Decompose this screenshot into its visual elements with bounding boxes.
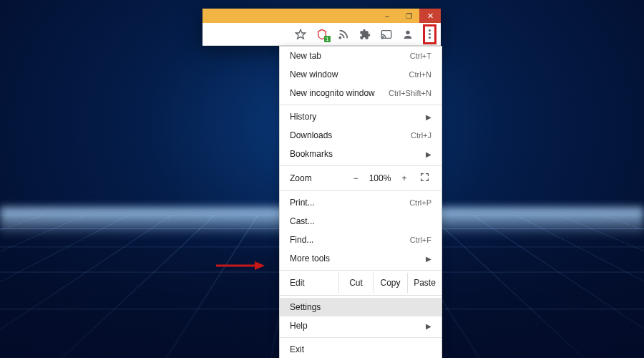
paste-button[interactable]: Paste	[407, 273, 441, 293]
shield-icon[interactable]: 1	[316, 28, 328, 41]
kebab-menu-icon[interactable]	[429, 29, 431, 39]
minimize-button[interactable]: –	[376, 9, 398, 23]
menu-history[interactable]: History ▶	[280, 107, 441, 126]
chevron-right-icon: ▶	[426, 322, 431, 330]
svg-point-3	[381, 37, 382, 38]
menu-separator	[280, 337, 441, 338]
titlebar: – ❐ ✕	[203, 9, 441, 23]
svg-marker-0	[296, 29, 305, 39]
menu-separator	[280, 270, 441, 271]
menu-separator	[280, 165, 441, 166]
rss-icon[interactable]	[337, 28, 350, 41]
main-menu: New tab Ctrl+T New window Ctrl+N New inc…	[279, 46, 442, 358]
menu-cast[interactable]: Cast...	[280, 212, 441, 231]
menu-button-highlight	[423, 24, 436, 44]
menu-print[interactable]: Print... Ctrl+P	[280, 193, 441, 212]
menu-downloads[interactable]: Downloads Ctrl+J	[280, 126, 441, 145]
menu-more-tools[interactable]: More tools ▶	[280, 249, 441, 268]
zoom-in-button[interactable]: +	[394, 173, 414, 183]
menu-zoom: Zoom − 100% +	[280, 168, 441, 188]
menu-new-incognito[interactable]: New incognito window Ctrl+Shift+N	[280, 84, 441, 102]
zoom-label: Zoom	[290, 173, 346, 183]
browser-window: – ❐ ✕ 1 New tab	[203, 9, 441, 46]
menu-new-window[interactable]: New window Ctrl+N	[280, 65, 441, 84]
menu-settings[interactable]: Settings	[280, 298, 441, 316]
menu-help[interactable]: Help ▶	[280, 316, 441, 335]
shield-badge: 1	[324, 36, 331, 42]
fullscreen-button[interactable]	[414, 173, 434, 184]
zoom-out-button[interactable]: −	[346, 173, 366, 183]
chevron-right-icon: ▶	[426, 255, 431, 263]
menu-find[interactable]: Find... Ctrl+F	[280, 231, 441, 249]
bookmark-star-icon[interactable]	[294, 28, 307, 41]
menu-separator	[280, 295, 441, 296]
cast-icon[interactable]	[380, 28, 393, 41]
cut-button[interactable]: Cut	[338, 273, 373, 293]
menu-bookmarks[interactable]: Bookmarks ▶	[280, 145, 441, 163]
chevron-right-icon: ▶	[426, 113, 431, 121]
menu-separator	[280, 105, 441, 105]
extensions-icon[interactable]	[358, 28, 371, 41]
menu-exit[interactable]: Exit	[280, 340, 441, 358]
menu-edit-row: Edit Cut Copy Paste	[280, 273, 441, 293]
chevron-right-icon: ▶	[426, 150, 431, 158]
zoom-value: 100%	[366, 173, 394, 183]
browser-toolbar: 1	[203, 23, 441, 46]
copy-button[interactable]: Copy	[373, 273, 407, 293]
svg-point-1	[339, 37, 341, 38]
maximize-button[interactable]: ❐	[398, 9, 419, 23]
svg-point-4	[406, 30, 409, 34]
menu-separator	[280, 190, 441, 191]
edit-label: Edit	[280, 273, 338, 293]
close-button[interactable]: ✕	[419, 9, 441, 23]
menu-new-tab[interactable]: New tab Ctrl+T	[280, 47, 441, 65]
profile-icon[interactable]	[401, 28, 414, 41]
